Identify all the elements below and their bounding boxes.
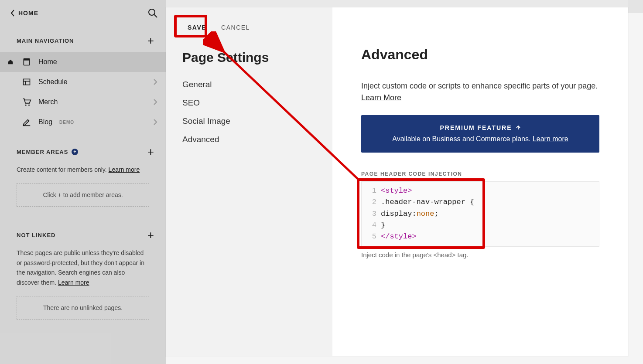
code-injection-label: PAGE HEADER CODE INJECTION — [361, 171, 599, 177]
arrow-up-icon — [516, 125, 521, 130]
search-icon — [147, 8, 158, 18]
layout-icon — [22, 77, 31, 87]
svg-point-8 — [28, 105, 30, 106]
settings-nav: General SEO Social Image Advanced — [182, 80, 316, 144]
code-text[interactable]: </style> — [381, 231, 417, 242]
chevron-right-icon — [154, 79, 157, 85]
gutter-number: 5 — [362, 231, 381, 242]
section-main-navigation: MAIN NAVIGATION + — [0, 21, 166, 52]
add-not-linked-button[interactable]: + — [147, 228, 157, 242]
svg-rect-4 — [24, 79, 30, 85]
member-learn-more-link[interactable]: Learn more — [109, 166, 140, 173]
search-button[interactable] — [147, 8, 158, 18]
home-active-icon — [6, 59, 15, 65]
arrow-up-badge-icon — [72, 149, 78, 155]
nav-item-blog[interactable]: Blog DEMO — [0, 112, 166, 132]
nav-item-merch[interactable]: Merch — [0, 92, 166, 112]
code-line[interactable]: 1<style> — [362, 185, 599, 197]
code-text[interactable]: display:none; — [381, 208, 439, 220]
code-injection-helper: Inject code in the page's <head> tag. — [361, 251, 599, 259]
svg-point-0 — [149, 9, 155, 15]
section-not-linked: NOT LINKED + — [0, 215, 166, 246]
member-areas-note: Create content for members only. Learn m… — [0, 163, 166, 179]
section-label-text: MAIN NAVIGATION — [17, 37, 74, 44]
back-home-label: HOME — [18, 10, 38, 17]
premium-title: PREMIUM FEATURE — [440, 124, 512, 131]
member-areas-placeholder[interactable]: Click + to add member areas. — [17, 183, 149, 207]
nav-list: Home Schedule Merch — [0, 52, 166, 132]
modal-title: Page Settings — [182, 50, 316, 65]
not-linked-learn-more-link[interactable]: Learn more — [58, 279, 89, 286]
not-linked-note: These pages are public unless they're di… — [0, 246, 166, 292]
code-text[interactable]: } — [381, 220, 385, 231]
section-member-areas: MEMBER AREAS + — [0, 132, 166, 163]
premium-sub-text: Available on Business and Commerce plans… — [392, 135, 533, 143]
code-line[interactable]: 4} — [362, 220, 599, 231]
chevron-right-icon — [154, 99, 157, 105]
modal-left-panel: SAVE CANCEL Page Settings General SEO So… — [166, 7, 332, 356]
learn-more-link[interactable]: Learn More — [361, 93, 401, 102]
settings-nav-general[interactable]: General — [182, 80, 316, 89]
right-edge-bar — [628, 0, 643, 13]
section-label-text: NOT LINKED — [17, 232, 55, 238]
section-label-text: MEMBER AREAS — [17, 149, 68, 155]
page-icon — [22, 57, 31, 67]
nav-item-schedule[interactable]: Schedule — [0, 72, 166, 92]
add-page-button[interactable]: + — [147, 34, 157, 48]
settings-nav-social-image[interactable]: Social Image — [182, 116, 316, 126]
gutter-number: 3 — [362, 208, 381, 220]
nav-item-label: Home — [38, 58, 57, 66]
settings-nav-seo[interactable]: SEO — [182, 98, 316, 108]
gutter-number: 2 — [362, 197, 381, 208]
advanced-heading: Advanced — [361, 47, 599, 63]
page-settings-modal: SAVE CANCEL Page Settings General SEO So… — [166, 7, 628, 356]
pen-icon — [22, 117, 31, 127]
nav-item-label: Schedule — [38, 78, 68, 86]
nav-item-label: Blog — [38, 118, 52, 126]
not-linked-placeholder: There are no unlinked pages. — [17, 296, 149, 320]
svg-rect-3 — [24, 59, 29, 61]
code-text[interactable]: <style> — [381, 185, 412, 197]
add-member-area-button[interactable]: + — [147, 145, 157, 159]
chevron-right-icon — [154, 119, 157, 125]
modal-right-panel: Advanced Inject custom code or scripts t… — [332, 7, 628, 356]
code-line[interactable]: 5</style> — [362, 231, 599, 242]
cancel-button[interactable]: CANCEL — [221, 24, 250, 31]
svg-point-7 — [25, 105, 27, 106]
back-home-button[interactable]: HOME — [10, 10, 38, 17]
premium-banner: PREMIUM FEATURE Available on Business an… — [361, 115, 599, 153]
code-line[interactable]: 2.header-nav-wrapper { — [362, 197, 599, 208]
sidebar: HOME MAIN NAVIGATION + Home Schedule — [0, 0, 166, 364]
cart-icon — [22, 97, 31, 107]
svg-line-1 — [154, 14, 157, 17]
code-injection-editor[interactable]: 1<style>2.header-nav-wrapper {3display:n… — [361, 181, 599, 247]
nav-item-home[interactable]: Home — [0, 52, 166, 72]
nav-item-label: Merch — [38, 98, 58, 106]
premium-learn-more-link[interactable]: Learn more — [533, 135, 568, 143]
gutter-number: 1 — [362, 185, 381, 197]
code-text[interactable]: .header-nav-wrapper { — [381, 197, 474, 208]
settings-nav-advanced[interactable]: Advanced — [182, 135, 316, 144]
demo-badge: DEMO — [59, 120, 74, 125]
chevron-left-icon — [10, 10, 15, 17]
advanced-description: Inject custom code or scripts to enhance… — [361, 80, 599, 104]
gutter-number: 4 — [362, 220, 381, 231]
save-button[interactable]: SAVE — [182, 20, 212, 34]
code-line[interactable]: 3display:none; — [362, 208, 599, 220]
